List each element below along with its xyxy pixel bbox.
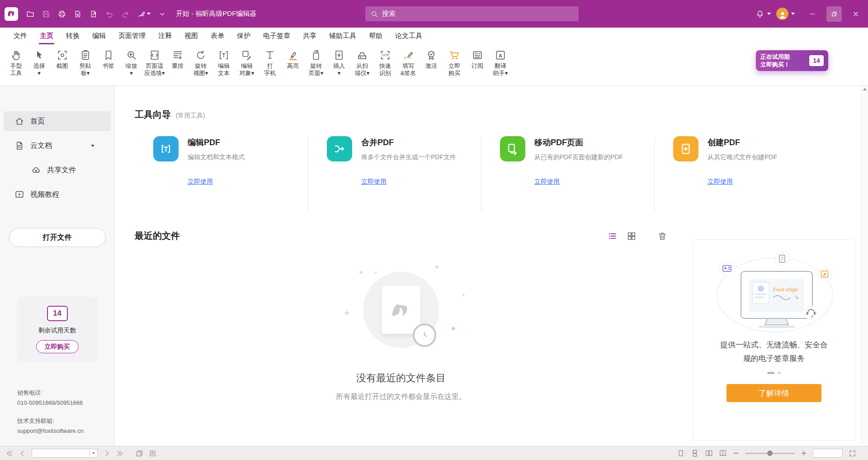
zoom-value-input[interactable]	[813, 450, 842, 458]
zoom-in-icon[interactable]	[801, 450, 807, 456]
single-page-view-icon[interactable]	[677, 449, 685, 457]
menu-organize[interactable]: 页面管理	[112, 28, 152, 44]
sidebar-item-cloud-docs[interactable]: 云文档	[4, 136, 111, 156]
zoom-out-icon[interactable]	[733, 450, 739, 456]
ribbon-tool-highlight[interactable]: 高亮	[282, 48, 305, 77]
ribbon-tool-activate[interactable]: 激活	[420, 48, 443, 77]
chevron-down-icon[interactable]	[791, 13, 795, 15]
close-button[interactable]	[845, 0, 866, 28]
sparkle-icon: +	[374, 267, 377, 277]
use-now-link-move-pdf[interactable]: 立即使用	[534, 178, 560, 186]
menu-esign[interactable]: 电子签章	[257, 28, 297, 44]
carousel-dot-active[interactable]	[767, 372, 774, 374]
menu-home[interactable]: 主页	[33, 28, 60, 44]
ribbon-tool-subscribe[interactable]: 订阅	[466, 48, 489, 77]
save-icon[interactable]	[40, 8, 52, 20]
ribbon-tool-clipboard[interactable]: 剪贴板▾	[74, 48, 97, 77]
rotate-view-icon	[195, 48, 207, 62]
continuous-view-icon[interactable]	[691, 449, 699, 457]
ribbon-tool-insert[interactable]: 插入▾	[328, 48, 351, 77]
menu-comment[interactable]: 注释	[152, 28, 178, 44]
ribbon-tool-edit-text[interactable]: 编辑文本	[212, 48, 236, 77]
ribbon-tool-scanner[interactable]: 从扫描仪▾	[351, 48, 374, 77]
ribbon-tool-select[interactable]: 选择▾	[28, 48, 51, 77]
notifications-bell-icon[interactable]	[754, 8, 766, 20]
grid-view-icon[interactable]	[627, 231, 637, 241]
page-number-input[interactable]	[32, 450, 90, 457]
page-thumbnail-icon[interactable]	[149, 450, 156, 457]
use-now-link-merge-pdf[interactable]: 立即使用	[361, 178, 387, 186]
search-input[interactable]: 搜索	[365, 6, 579, 21]
ribbon-tool-zoom[interactable]: 缩放▾	[120, 48, 143, 77]
dot-decoration	[359, 271, 363, 274]
maximize-button[interactable]	[824, 0, 844, 28]
trial-period-badge[interactable]: 正在试用期 立即购买！ 14	[756, 50, 828, 71]
export-icon[interactable]	[71, 8, 84, 20]
carousel-dots[interactable]	[767, 372, 781, 374]
clone-page-icon[interactable]	[136, 450, 143, 457]
last-page-icon[interactable]	[116, 450, 124, 457]
ribbon-tool-fit-page[interactable]: 页面适应选项▾	[143, 48, 166, 77]
list-view-icon[interactable]	[608, 231, 618, 241]
customize-toolbar-icon[interactable]	[156, 8, 169, 20]
ribbon-tool-snapshot[interactable]: 截图	[51, 48, 74, 77]
ribbon-tool-bookmark[interactable]: 书签	[97, 48, 120, 77]
minimize-button[interactable]	[802, 0, 823, 28]
menu-protect[interactable]: 保护	[231, 28, 257, 44]
share-icon[interactable]	[87, 8, 100, 20]
ribbon-tool-buy-now[interactable]: 立即购买	[443, 48, 466, 77]
redo-icon[interactable]	[119, 8, 132, 20]
esign-illustration: Foxit eSign	[706, 248, 842, 338]
buy-now-button[interactable]: 立即购买	[36, 340, 79, 353]
previous-page-icon[interactable]	[19, 450, 26, 457]
sidebar-item-video-tutorials[interactable]: 视频教程	[4, 185, 111, 204]
undo-icon[interactable]	[103, 8, 116, 20]
menu-help[interactable]: 帮助	[363, 28, 389, 44]
zoom-slider-thumb[interactable]	[767, 451, 773, 456]
first-page-icon[interactable]	[5, 450, 13, 457]
sidebar-item-home[interactable]: 首页	[4, 111, 111, 131]
open-file-button[interactable]: 打开文件	[9, 228, 106, 247]
ribbon-tool-rotate-view[interactable]: 旋转视图▾	[189, 48, 212, 77]
scroll-up-icon[interactable]	[863, 88, 867, 90]
esign-tool-icon[interactable]	[135, 8, 153, 20]
ribbon-tool-hand[interactable]: 手型工具	[5, 48, 28, 77]
user-avatar[interactable]	[776, 8, 788, 20]
next-page-icon[interactable]	[103, 450, 111, 457]
use-now-link-create-pdf[interactable]: 立即使用	[708, 178, 733, 186]
menu-edit[interactable]: 编辑	[86, 28, 112, 44]
ribbon-tool-fill-sign[interactable]: 填写&签名	[397, 48, 420, 77]
book-view-icon[interactable]	[719, 449, 727, 457]
menu-share[interactable]: 共享	[297, 28, 323, 44]
ribbon-tool-reflow[interactable]: 重排	[166, 48, 189, 77]
use-now-link-edit-pdf[interactable]: 立即使用	[188, 178, 213, 186]
dot-decoration	[435, 266, 439, 269]
carousel-dot[interactable]	[777, 372, 781, 374]
ribbon-tool-translate[interactable]: A 翻译助手▾	[489, 48, 512, 77]
fullscreen-icon[interactable]	[849, 450, 856, 457]
page-dropdown-button[interactable]	[90, 449, 97, 457]
menu-file[interactable]: 文件	[7, 28, 33, 44]
ribbon-tool-edit-object[interactable]: 编辑对象▾	[236, 48, 259, 77]
open-folder-icon[interactable]	[24, 8, 37, 20]
ribbon-tool-rotate-pages[interactable]: 旋转页面▾	[305, 48, 328, 77]
menu-form[interactable]: 表单	[204, 28, 231, 44]
menu-convert[interactable]: 转换	[60, 28, 86, 44]
trash-icon[interactable]	[657, 231, 667, 241]
menu-view[interactable]: 视图	[178, 28, 204, 44]
chevron-down-icon[interactable]	[91, 145, 94, 147]
support-email-link[interactable]: support@foxitsoftware.cn	[17, 426, 84, 436]
ribbon-tool-ocr[interactable]: OCR 快速识别	[374, 48, 397, 77]
menu-accessibility[interactable]: 辅助工具	[323, 28, 363, 44]
menu-paper-tools[interactable]: 论文工具	[389, 28, 429, 44]
zoom-slider[interactable]	[745, 453, 795, 454]
learn-more-button[interactable]: 了解详情	[726, 384, 821, 402]
search-icon	[371, 10, 378, 18]
facing-view-icon[interactable]	[705, 449, 713, 457]
chevron-down-icon[interactable]	[767, 13, 771, 15]
promo-text: 提供一站式、无缝流畅、安全合	[720, 338, 828, 352]
sidebar-item-shared-files[interactable]: 共享文件	[4, 160, 111, 180]
ribbon-tool-typewriter[interactable]: 打字机	[259, 48, 282, 77]
vertical-scrollbar[interactable]	[861, 86, 868, 446]
print-icon[interactable]	[56, 8, 68, 20]
